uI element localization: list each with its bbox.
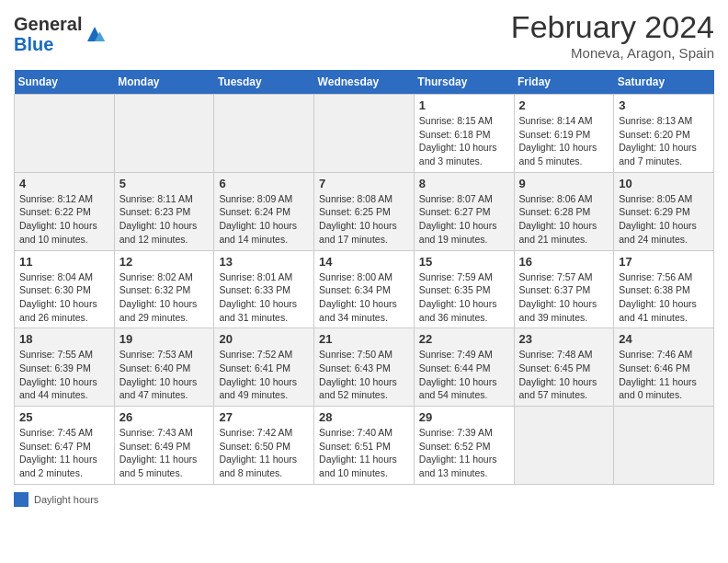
calendar-cell <box>214 95 314 173</box>
calendar-cell: 5Sunrise: 8:11 AMSunset: 6:23 PMDaylight… <box>114 172 214 250</box>
calendar-cell <box>514 407 614 485</box>
calendar-cell: 8Sunrise: 8:07 AMSunset: 6:27 PMDaylight… <box>414 172 514 250</box>
logo-text: General Blue <box>14 14 82 54</box>
day-info: Sunrise: 8:01 AMSunset: 6:33 PMDaylight:… <box>219 270 309 325</box>
day-info: Sunrise: 8:04 AMSunset: 6:30 PMDaylight:… <box>19 270 109 325</box>
calendar-cell: 28Sunrise: 7:40 AMSunset: 6:51 PMDayligh… <box>314 407 415 485</box>
day-info: Sunrise: 7:52 AMSunset: 6:41 PMDaylight:… <box>219 348 309 402</box>
legend: Daylight hours <box>14 492 714 507</box>
day-info: Sunrise: 7:39 AMSunset: 6:52 PMDaylight:… <box>419 426 509 480</box>
day-info: Sunrise: 8:14 AMSunset: 6:19 PMDaylight:… <box>519 114 609 168</box>
day-number: 25 <box>19 410 109 424</box>
day-number: 15 <box>419 255 509 269</box>
calendar-cell: 3Sunrise: 8:13 AMSunset: 6:20 PMDaylight… <box>614 95 714 173</box>
day-number: 18 <box>19 332 109 346</box>
day-info: Sunrise: 7:46 AMSunset: 6:46 PMDaylight:… <box>619 348 709 402</box>
day-number: 16 <box>519 255 609 269</box>
calendar-cell: 23Sunrise: 7:48 AMSunset: 6:45 PMDayligh… <box>514 328 614 407</box>
calendar-cell: 27Sunrise: 7:42 AMSunset: 6:50 PMDayligh… <box>214 407 314 485</box>
day-info: Sunrise: 8:15 AMSunset: 6:18 PMDaylight:… <box>419 114 509 168</box>
day-number: 13 <box>219 255 309 269</box>
day-number: 9 <box>519 177 609 190</box>
legend-label: Daylight hours <box>34 494 98 505</box>
day-info: Sunrise: 7:56 AMSunset: 6:38 PMDaylight:… <box>619 270 709 325</box>
calendar-cell: 26Sunrise: 7:43 AMSunset: 6:49 PMDayligh… <box>114 407 214 485</box>
day-info: Sunrise: 7:49 AMSunset: 6:44 PMDaylight:… <box>419 348 509 402</box>
day-info: Sunrise: 7:40 AMSunset: 6:51 PMDaylight:… <box>319 426 409 480</box>
calendar-cell: 11Sunrise: 8:04 AMSunset: 6:30 PMDayligh… <box>15 250 115 328</box>
day-number: 27 <box>219 410 309 424</box>
day-number: 11 <box>19 255 109 269</box>
day-number: 10 <box>619 177 709 190</box>
weekday-header-row: SundayMondayTuesdayWednesdayThursdayFrid… <box>15 70 714 95</box>
calendar-cell: 7Sunrise: 8:08 AMSunset: 6:25 PMDaylight… <box>314 172 415 250</box>
day-info: Sunrise: 7:45 AMSunset: 6:47 PMDaylight:… <box>19 426 109 480</box>
calendar-cell: 18Sunrise: 7:55 AMSunset: 6:39 PMDayligh… <box>15 328 115 407</box>
day-number: 23 <box>519 332 609 346</box>
day-number: 26 <box>119 410 210 424</box>
day-info: Sunrise: 7:59 AMSunset: 6:35 PMDaylight:… <box>419 270 509 325</box>
weekday-header: Monday <box>114 70 214 95</box>
calendar-week-row: 4Sunrise: 8:12 AMSunset: 6:22 PMDaylight… <box>15 172 714 250</box>
calendar-week-row: 18Sunrise: 7:55 AMSunset: 6:39 PMDayligh… <box>15 328 714 407</box>
day-info: Sunrise: 7:53 AMSunset: 6:40 PMDaylight:… <box>119 348 210 402</box>
logo-icon <box>84 23 106 45</box>
day-number: 4 <box>19 177 109 190</box>
header: General Blue February 2024 Moneva, Arago… <box>14 9 714 61</box>
weekday-header: Thursday <box>414 70 514 95</box>
day-number: 21 <box>319 332 409 346</box>
day-info: Sunrise: 8:07 AMSunset: 6:27 PMDaylight:… <box>419 192 509 247</box>
calendar-cell: 4Sunrise: 8:12 AMSunset: 6:22 PMDaylight… <box>15 172 115 250</box>
calendar-cell: 15Sunrise: 7:59 AMSunset: 6:35 PMDayligh… <box>414 250 514 328</box>
day-info: Sunrise: 7:50 AMSunset: 6:43 PMDaylight:… <box>319 348 409 402</box>
calendar-cell: 17Sunrise: 7:56 AMSunset: 6:38 PMDayligh… <box>614 250 714 328</box>
title-area: February 2024 Moneva, Aragon, Spain <box>511 9 714 61</box>
calendar-table: SundayMondayTuesdayWednesdayThursdayFrid… <box>14 70 714 485</box>
day-number: 22 <box>419 332 509 346</box>
day-number: 8 <box>419 177 509 190</box>
legend-color <box>14 492 28 507</box>
calendar-cell: 25Sunrise: 7:45 AMSunset: 6:47 PMDayligh… <box>15 407 115 485</box>
subtitle: Moneva, Aragon, Spain <box>511 45 714 61</box>
day-info: Sunrise: 8:02 AMSunset: 6:32 PMDaylight:… <box>119 270 210 325</box>
logo-blue: Blue <box>14 34 53 54</box>
calendar-cell <box>15 95 115 173</box>
calendar-cell: 20Sunrise: 7:52 AMSunset: 6:41 PMDayligh… <box>214 328 314 407</box>
day-info: Sunrise: 8:13 AMSunset: 6:20 PMDaylight:… <box>619 114 709 168</box>
calendar-week-row: 11Sunrise: 8:04 AMSunset: 6:30 PMDayligh… <box>15 250 714 328</box>
logo-general: General <box>14 14 82 34</box>
day-number: 17 <box>619 255 709 269</box>
day-number: 29 <box>419 410 509 424</box>
day-info: Sunrise: 7:57 AMSunset: 6:37 PMDaylight:… <box>519 270 609 325</box>
calendar-cell: 14Sunrise: 8:00 AMSunset: 6:34 PMDayligh… <box>314 250 415 328</box>
day-number: 24 <box>619 332 709 346</box>
day-number: 5 <box>119 177 210 190</box>
weekday-header: Sunday <box>15 70 115 95</box>
calendar-cell: 9Sunrise: 8:06 AMSunset: 6:28 PMDaylight… <box>514 172 614 250</box>
calendar-cell: 12Sunrise: 8:02 AMSunset: 6:32 PMDayligh… <box>114 250 214 328</box>
day-info: Sunrise: 8:06 AMSunset: 6:28 PMDaylight:… <box>519 192 609 247</box>
main-title: February 2024 <box>511 9 714 45</box>
day-info: Sunrise: 8:11 AMSunset: 6:23 PMDaylight:… <box>119 192 210 247</box>
day-number: 2 <box>519 98 609 112</box>
calendar-cell: 13Sunrise: 8:01 AMSunset: 6:33 PMDayligh… <box>214 250 314 328</box>
calendar-cell: 19Sunrise: 7:53 AMSunset: 6:40 PMDayligh… <box>114 328 214 407</box>
day-number: 20 <box>219 332 309 346</box>
day-number: 14 <box>319 255 409 269</box>
calendar-cell: 1Sunrise: 8:15 AMSunset: 6:18 PMDaylight… <box>414 95 514 173</box>
calendar-cell <box>114 95 214 173</box>
day-info: Sunrise: 7:42 AMSunset: 6:50 PMDaylight:… <box>219 426 309 480</box>
calendar-cell: 22Sunrise: 7:49 AMSunset: 6:44 PMDayligh… <box>414 328 514 407</box>
calendar-week-row: 25Sunrise: 7:45 AMSunset: 6:47 PMDayligh… <box>15 407 714 485</box>
logo: General Blue <box>14 14 106 54</box>
calendar-cell: 24Sunrise: 7:46 AMSunset: 6:46 PMDayligh… <box>614 328 714 407</box>
day-number: 7 <box>319 177 409 190</box>
calendar-cell: 21Sunrise: 7:50 AMSunset: 6:43 PMDayligh… <box>314 328 415 407</box>
day-info: Sunrise: 8:12 AMSunset: 6:22 PMDaylight:… <box>19 192 109 247</box>
weekday-header: Tuesday <box>214 70 314 95</box>
day-number: 1 <box>419 98 509 112</box>
day-info: Sunrise: 8:08 AMSunset: 6:25 PMDaylight:… <box>319 192 409 247</box>
calendar-cell: 29Sunrise: 7:39 AMSunset: 6:52 PMDayligh… <box>414 407 514 485</box>
day-number: 28 <box>319 410 409 424</box>
day-info: Sunrise: 8:09 AMSunset: 6:24 PMDaylight:… <box>219 192 309 247</box>
